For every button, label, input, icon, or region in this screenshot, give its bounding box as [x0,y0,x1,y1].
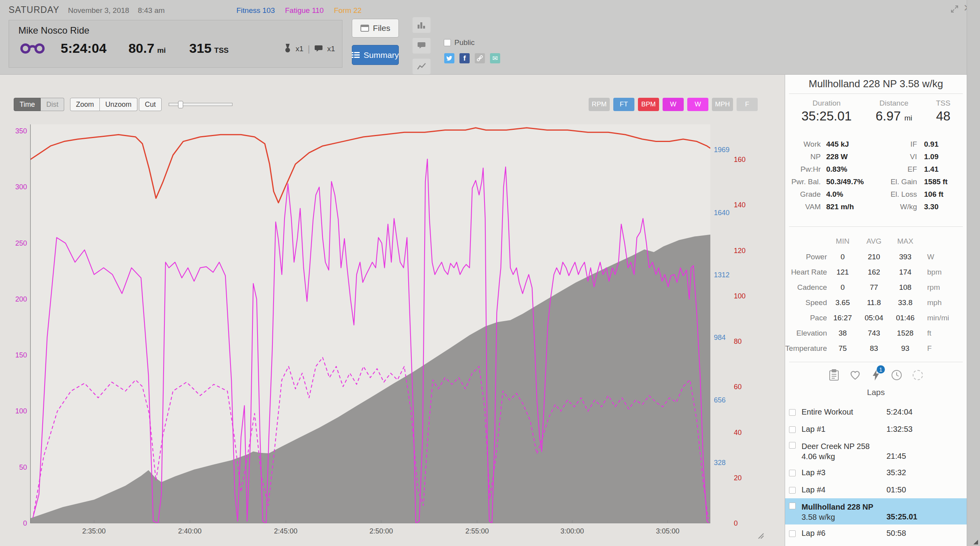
metric-unit: rpm [921,280,967,295]
duration-cell: Duration 35:25.01 [785,99,868,124]
summary-button[interactable]: Summary [352,45,399,65]
stat-label: W/kg [879,201,917,213]
tss-cell: TSS 48 [920,99,967,124]
channel-toggle-w-4[interactable]: W [687,98,708,111]
corner-grip-icon[interactable] [973,540,978,544]
lap-checkbox[interactable] [789,442,796,449]
link-icon[interactable] [475,53,485,63]
time-tick-label: 2:40:00 [178,527,202,535]
power-tick-label: 0 [23,519,27,528]
metric-min: 0 [827,249,858,264]
form-stat: Form 22 [334,6,362,15]
lap-row[interactable]: Deer Creek NP 2584.06 w/kg21:45 [785,438,967,464]
lightning-icon[interactable]: 1 [871,369,881,381]
files-icon [360,25,369,32]
lap-checkbox[interactable] [789,487,796,494]
public-label: Public [454,38,475,47]
lap-summary: Duration 35:25.01 Distance 6.97 mi TSS 4… [785,99,967,124]
lap-time: 35:32 [886,468,906,477]
stat-label: Grade [785,188,821,201]
lap-row[interactable]: Entire Workout5:24:04 [785,403,967,420]
stat-label: Work [785,138,821,151]
hr-tick-label: 160 [734,156,746,164]
elevation-tick-label: 1640 [714,209,730,217]
resize-handle-icon[interactable] [757,532,764,539]
zoom-button[interactable]: Zoom [70,98,100,111]
elevation-tick-label: 984 [714,334,726,342]
comment-bubble-icon[interactable] [413,38,431,54]
lap-row[interactable]: Lap #401:50 [785,481,967,498]
stat-value: 106 ft [917,188,967,201]
files-button[interactable]: Files [352,19,399,38]
lap-row[interactable]: Lap #11:32:53 [785,420,967,438]
hr-tick-label: 40 [734,429,742,437]
dist-button[interactable]: Dist [41,98,64,111]
date-header: SATURDAY November 3, 2018 8:43 am [9,5,165,15]
notes-icon[interactable] [829,369,839,381]
channel-toggle-rpm-0[interactable]: RPM [589,98,610,111]
hr-tick-label: 80 [734,338,742,346]
channel-toggle-mph-5[interactable]: MPH [712,98,733,111]
channel-toggles: RPMFTBPMWWMPHF [589,98,758,111]
lap-checkbox[interactable] [789,470,796,476]
circle-icon[interactable] [913,370,923,380]
lap-stats-grid: Work445 kJIF0.91NP228 WVI1.09Pw:Hr0.83%E… [785,138,967,213]
stat-value: 4.0% [821,188,879,201]
peaks-count: x1 [295,45,303,53]
line-chart-icon[interactable] [413,59,431,74]
table-header: AVG [858,233,890,249]
distance-cell: Distance 6.97 mi [868,99,920,124]
lap-checkbox[interactable] [789,530,796,537]
metric-avg: 162 [858,264,890,280]
metric-min: 0 [827,280,858,295]
comment-icon [314,45,323,53]
lap-row[interactable]: Mullholland 228 NP3.58 w/kg35:25.01 [785,498,967,524]
stat-label: IF [879,138,917,151]
channel-toggle-f-6[interactable]: F [737,98,758,111]
heart-icon[interactable] [850,370,861,380]
workout-chart[interactable] [30,124,710,523]
channel-toggle-w-3[interactable]: W [663,98,684,111]
lap-row[interactable]: Lap #335:32 [785,464,967,481]
smoothing-slider [169,102,232,107]
metric-avg: 77 [858,280,890,295]
power-tick-label: 250 [15,239,27,248]
summary-icon [352,52,360,58]
lap-time: 35:25.01 [886,512,917,521]
metric-avg: 83 [858,341,890,356]
power-axis: 350300250200150100500 [5,124,27,523]
chart-plot[interactable]: 350300250200150100500 196916401312984656… [30,124,710,523]
lap-time: 5:24:04 [886,408,913,417]
expand-icon[interactable] [950,5,959,13]
channel-toggle-ft-1[interactable]: FT [613,98,634,111]
time-button[interactable]: Time [14,98,41,111]
slider-handle[interactable] [178,101,183,108]
elevation-tick-label: 656 [714,396,726,404]
hr-tick-label: 120 [734,247,746,255]
stat-value: 0.83% [821,163,879,176]
channel-toggle-bpm-2[interactable]: BPM [638,98,659,111]
lap-row[interactable]: Lap #650:58 [785,524,967,542]
lap-subtitle: 4.06 w/kg [802,451,870,462]
workout-tss: 315TSS [189,41,229,56]
stat-value: 0.91 [917,138,967,151]
public-checkbox[interactable] [444,39,451,46]
hr-tick-label: 60 [734,383,742,391]
metric-unit: W [921,249,967,264]
facebook-icon[interactable]: f [459,53,470,63]
lap-checkbox[interactable] [789,409,796,416]
window-scroll-strip[interactable] [967,0,980,546]
lap-time: 1:32:53 [886,425,913,434]
lap-checkbox[interactable] [789,426,796,433]
performance-metrics: Fitness 103 Fatigue 110 Form 22 [236,6,362,15]
unzoom-button[interactable]: Unzoom [100,98,137,111]
metric-max: 1528 [890,325,921,341]
twitter-icon[interactable] [444,53,454,63]
lap-checkbox[interactable] [789,503,796,509]
metric-label: Elevation [785,325,827,341]
email-icon[interactable]: ✉ [490,53,500,63]
cut-button[interactable]: Cut [139,98,162,111]
clock-icon[interactable] [891,370,902,381]
metric-max: 93 [890,341,921,356]
bar-chart-icon[interactable] [413,17,431,33]
